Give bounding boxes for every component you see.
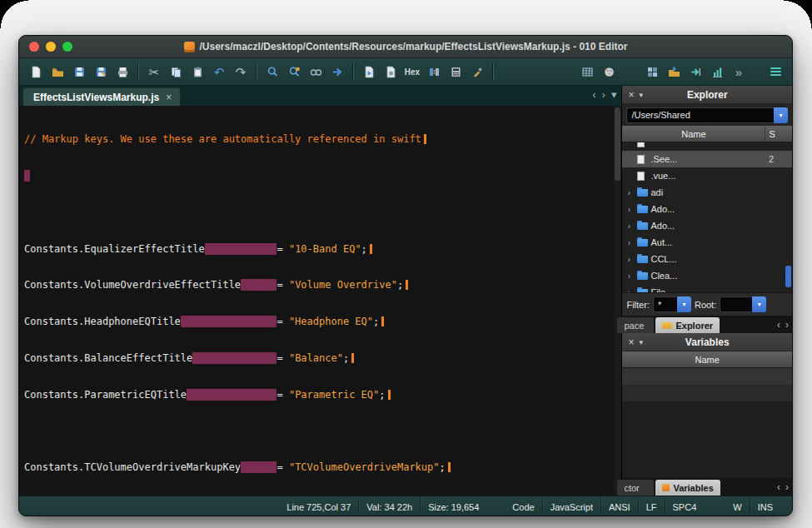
open-folder-icon xyxy=(52,66,64,78)
goto-button[interactable] xyxy=(327,62,347,82)
zoom-window-button[interactable] xyxy=(62,42,72,52)
table-view-button[interactable] xyxy=(577,62,597,82)
editor-column: EffectsListViewsMarkup.js × ‹ › ▾ // Mar… xyxy=(19,86,621,496)
hex-mode-button[interactable]: Hex xyxy=(402,62,422,82)
syntax-language: JavaScript xyxy=(543,496,601,517)
root-value[interactable] xyxy=(720,296,752,312)
import-button[interactable] xyxy=(664,62,684,82)
code-editor[interactable]: // Markup keys. We use these are automat… xyxy=(19,106,621,496)
path-value[interactable]: /Users/Shared xyxy=(626,107,774,123)
display-corner xyxy=(784,0,812,28)
scrollbar-thumb[interactable] xyxy=(615,107,620,181)
variables-list xyxy=(622,368,792,478)
name-column-header[interactable]: Name xyxy=(622,126,765,142)
tools-button[interactable] xyxy=(467,62,487,82)
root-combo[interactable]: ▾ xyxy=(720,296,766,312)
table-icon xyxy=(581,66,594,78)
filter-combo[interactable]: * ▾ xyxy=(653,296,691,312)
toolbar-separator xyxy=(492,63,494,80)
list-item[interactable]: .See...2 xyxy=(622,151,792,167)
export-button[interactable] xyxy=(685,62,705,82)
editor-vertical-scrollbar[interactable] xyxy=(614,106,621,496)
name-column-header[interactable]: Name xyxy=(622,351,792,367)
chevron-right-icon[interactable]: › xyxy=(785,319,789,331)
list-item[interactable]: ›Ado... xyxy=(622,201,792,217)
tab-close-icon[interactable]: × xyxy=(166,92,172,103)
find-button[interactable] xyxy=(262,62,282,82)
close-window-button[interactable] xyxy=(29,42,39,52)
variables-tabbar: ctor Variables ‹ › xyxy=(622,478,792,496)
minimize-window-button[interactable] xyxy=(46,42,56,52)
list-item[interactable]: ›Ado... xyxy=(622,217,792,234)
edit-template-button[interactable] xyxy=(381,62,401,82)
path-combo[interactable]: /Users/Shared ▾ xyxy=(626,107,788,123)
window-titlebar[interactable]: /Users/maczl/Desktop/Contents/Resources/… xyxy=(19,36,792,58)
undo-button[interactable]: ↶ xyxy=(209,62,229,82)
list-item[interactable] xyxy=(622,142,792,151)
disclosure-chevron-icon[interactable]: › xyxy=(627,237,637,247)
grid-view-button[interactable] xyxy=(642,62,662,82)
tab-workspace[interactable]: pace xyxy=(617,317,654,333)
cut-button[interactable]: ✂ xyxy=(144,62,164,82)
run-template-button[interactable] xyxy=(359,62,379,82)
new-file-button[interactable] xyxy=(26,62,46,82)
list-scrollbar-thumb[interactable] xyxy=(785,266,791,287)
list-item[interactable]: ›Aut... xyxy=(622,234,792,251)
new-file-icon xyxy=(30,66,42,78)
list-item[interactable]: ›CCL... xyxy=(622,251,792,267)
toolbar-separator xyxy=(256,63,257,80)
open-file-button[interactable] xyxy=(47,62,67,82)
chevron-right-icon[interactable]: › xyxy=(785,481,789,493)
overflow-button[interactable]: » xyxy=(729,62,749,82)
list-item[interactable]: ›File xyxy=(622,284,792,292)
code-line: Constants.TCVolumeOverdriveMarkupKey = "… xyxy=(24,461,621,474)
print-button[interactable] xyxy=(112,62,132,82)
explorer-title: Explorer xyxy=(622,89,792,101)
variables-header: × ▾ Variables xyxy=(622,333,792,351)
chart-button[interactable] xyxy=(707,62,727,82)
redo-button[interactable]: ↷ xyxy=(231,62,251,82)
dropdown-chevron-icon[interactable]: ▾ xyxy=(752,296,766,312)
explorer-tabbar: pace Explorer ‹ › xyxy=(622,316,792,333)
dropdown-chevron-icon[interactable]: ▾ xyxy=(774,107,788,123)
chevron-down-icon[interactable]: ▾ xyxy=(611,88,617,101)
replace-button[interactable] xyxy=(284,62,304,82)
find-in-files-button[interactable] xyxy=(306,62,326,82)
copy-button[interactable] xyxy=(166,62,186,82)
tab-effectslistviewsmarkup[interactable]: EffectsListViewsMarkup.js × xyxy=(22,87,181,106)
disclosure-chevron-icon[interactable]: › xyxy=(627,204,637,214)
code-line: Constants.HeadphoneEQTitle = "Headphone … xyxy=(24,316,621,328)
tab-label: EffectsListViewsMarkup.js xyxy=(33,92,159,103)
code-line: Constants.BalanceEffectTitle = "Balance"… xyxy=(24,352,621,365)
compare-button[interactable] xyxy=(424,62,444,82)
list-item[interactable]: ›Clea... xyxy=(622,267,792,284)
chevron-left-icon[interactable]: ‹ xyxy=(777,319,780,331)
toolbar-separator xyxy=(352,63,354,80)
chevron-right-icon[interactable]: › xyxy=(602,88,605,101)
tab-variables[interactable]: Variables xyxy=(655,480,720,496)
filter-value[interactable]: * xyxy=(653,296,677,312)
size-column-header[interactable]: S xyxy=(765,126,792,142)
dropdown-chevron-icon[interactable]: ▾ xyxy=(677,296,691,312)
disclosure-chevron-icon[interactable]: › xyxy=(627,271,637,281)
tab-nav-controls: ‹ › ▾ xyxy=(592,88,616,101)
clipboard-icon xyxy=(192,66,204,78)
color-palette-button[interactable] xyxy=(599,62,619,82)
list-item[interactable]: .vue... xyxy=(622,167,792,184)
caret-mark xyxy=(448,462,451,472)
menu-button[interactable] xyxy=(765,62,785,82)
save-button[interactable] xyxy=(69,62,89,82)
paste-button[interactable] xyxy=(187,62,207,82)
list-item[interactable]: ›adi xyxy=(622,184,792,201)
chevron-left-icon[interactable]: ‹ xyxy=(777,481,780,493)
disclosure-chevron-icon[interactable]: › xyxy=(627,254,637,264)
checksum-button[interactable] xyxy=(446,62,466,82)
chevron-left-icon[interactable]: ‹ xyxy=(592,88,595,101)
disclosure-chevron-icon[interactable]: › xyxy=(627,221,637,231)
tab-inspector[interactable]: ctor xyxy=(617,480,654,496)
disclosure-chevron-icon[interactable]: › xyxy=(627,187,637,197)
caret-mark xyxy=(424,134,426,144)
tab-explorer[interactable]: Explorer xyxy=(655,317,720,333)
save-as-button[interactable] xyxy=(91,62,111,82)
disclosure-chevron-icon[interactable]: › xyxy=(627,287,637,292)
